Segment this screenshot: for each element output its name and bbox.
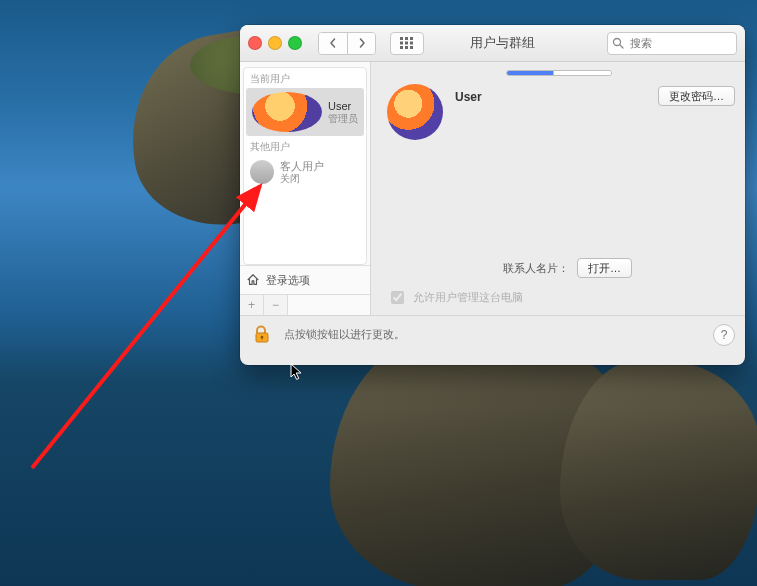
nav-forward-button[interactable]	[347, 33, 375, 54]
show-all-button[interactable]	[390, 32, 424, 55]
svg-rect-7	[405, 46, 408, 49]
svg-point-9	[614, 39, 621, 46]
window-titlebar: 用户与群组	[240, 25, 745, 62]
svg-rect-2	[410, 37, 413, 40]
svg-rect-13	[261, 337, 262, 339]
allow-admin-checkbox	[391, 291, 404, 304]
sidebar-user-role: 关闭	[280, 173, 324, 184]
help-button[interactable]: ?	[713, 324, 735, 346]
sidebar-item-current-user[interactable]: User 管理员	[246, 88, 364, 136]
grid-icon	[400, 37, 414, 49]
sidebar-user-name: 客人用户	[280, 160, 324, 172]
users-list: 当前用户 User 管理员 其他用户 客人用户 关闭	[243, 67, 367, 265]
tab-login-items[interactable]: 登录项	[553, 71, 611, 76]
window-zoom-button[interactable]	[288, 36, 302, 50]
open-contact-button[interactable]: 打开…	[577, 258, 632, 278]
window-content: 当前用户 User 管理员 其他用户 客人用户 关闭	[240, 62, 745, 315]
avatar	[252, 92, 322, 132]
svg-line-10	[620, 45, 623, 48]
search-field[interactable]	[607, 32, 737, 55]
svg-rect-1	[405, 37, 408, 40]
cursor-annotation	[290, 363, 304, 381]
wallpaper-rock	[560, 360, 757, 580]
svg-rect-0	[400, 37, 403, 40]
add-remove-bar: + −	[240, 294, 370, 315]
profile-row: User 更改密码…	[383, 84, 735, 140]
svg-rect-8	[410, 46, 413, 49]
window-footer: 点按锁按钮以进行更改。 ?	[240, 315, 745, 352]
allow-admin-row: 允许用户管理这台电脑	[387, 288, 735, 307]
lock-icon	[252, 324, 272, 344]
tab-password[interactable]: 密码	[507, 71, 553, 76]
svg-rect-4	[405, 42, 408, 45]
password-loginitems-tabs: 密码 登录项	[506, 70, 612, 76]
nav-back-button[interactable]	[319, 33, 347, 54]
contact-card-row: 联系人名片： 打开…	[503, 258, 735, 278]
home-icon	[246, 273, 260, 287]
svg-rect-6	[400, 46, 403, 49]
sidebar-section-current: 当前用户	[244, 68, 366, 88]
window-title: 用户与群组	[470, 34, 535, 52]
avatar	[250, 160, 274, 184]
chevron-left-icon	[328, 38, 338, 48]
chevron-right-icon	[357, 38, 367, 48]
profile-username: User	[455, 90, 482, 104]
sidebar-item-guest-user[interactable]: 客人用户 关闭	[244, 156, 366, 188]
contact-card-label: 联系人名片：	[503, 261, 569, 276]
window-minimize-button[interactable]	[268, 36, 282, 50]
profile-avatar[interactable]	[387, 84, 443, 140]
login-options-row[interactable]: 登录选项	[240, 265, 370, 294]
lock-hint-text: 点按锁按钮以进行更改。	[284, 327, 405, 342]
desktop-wallpaper: 用户与群组 当前用户 User 管理员	[0, 0, 757, 586]
window-close-button[interactable]	[248, 36, 262, 50]
sidebar-user-role: 管理员	[328, 113, 358, 124]
change-password-button[interactable]: 更改密码…	[658, 86, 735, 106]
sidebar-user-name: User	[328, 100, 358, 112]
lock-button[interactable]	[250, 322, 274, 346]
users-groups-window: 用户与群组 当前用户 User 管理员	[240, 25, 745, 365]
nav-back-forward	[318, 32, 376, 55]
users-sidebar: 当前用户 User 管理员 其他用户 客人用户 关闭	[240, 62, 371, 315]
svg-rect-3	[400, 42, 403, 45]
allow-admin-label: 允许用户管理这台电脑	[413, 290, 523, 305]
add-user-button[interactable]: +	[240, 295, 264, 315]
user-detail-panel: 密码 登录项 User 更改密码… 联系人名片： 打开… 允许用户管理这台	[371, 62, 745, 315]
svg-line-14	[32, 186, 260, 468]
login-options-label: 登录选项	[266, 273, 310, 288]
search-icon	[612, 37, 624, 49]
remove-user-button[interactable]: −	[264, 295, 288, 315]
search-input[interactable]	[628, 36, 717, 50]
svg-rect-5	[410, 42, 413, 45]
sidebar-section-other: 其他用户	[244, 136, 366, 156]
